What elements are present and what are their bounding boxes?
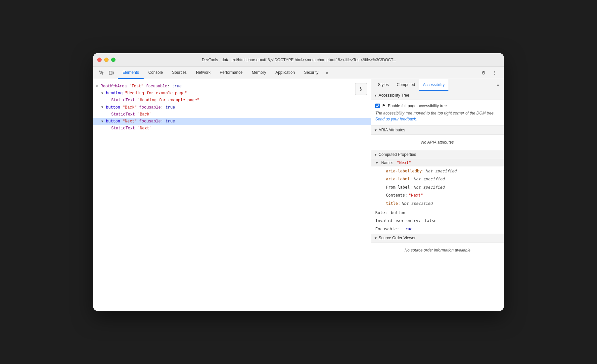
title-bar: DevTools - data:text/html;charset=utf-8,… — [93, 53, 504, 67]
collapse-icon: ▼ — [374, 153, 377, 157]
section-header-aria[interactable]: ▼ ARIA Attributes — [371, 126, 504, 135]
dom-panel: ▼ RootWebArea "Test" focusable : true ▼ … — [93, 79, 371, 311]
dom-row-btn-next[interactable]: ▼ button "Next" focusable : true — [93, 118, 371, 125]
accessibility-icon: ♿ — [359, 86, 363, 92]
collapse-icon: ▼ — [374, 94, 377, 97]
triangle-icon: ▼ — [96, 84, 100, 89]
computed-plain-props: Role: button Invalid user entry: false F… — [371, 208, 504, 234]
tabs-more-button[interactable]: » — [323, 69, 331, 77]
right-tabs-more-button[interactable]: » — [495, 82, 501, 87]
tab-accessibility[interactable]: Accessibility — [419, 79, 448, 91]
feedback-link[interactable]: Send us your feedback. — [375, 117, 417, 121]
device-toolbar-button[interactable] — [107, 68, 116, 77]
triangle-icon: ▼ — [101, 119, 105, 124]
prop-title: title: Not specified — [382, 200, 504, 207]
svg-rect-1 — [112, 72, 114, 74]
dom-tree: ▼ RootWebArea "Test" focusable : true ▼ … — [93, 82, 371, 133]
svg-rect-0 — [109, 71, 112, 74]
prop-contents: Contents: "Next" — [382, 191, 504, 199]
kebab-menu-button[interactable]: ⋮ — [490, 69, 500, 77]
computed-indented-props: aria-labelledby: Not specified aria-labe… — [371, 166, 504, 208]
tab-styles[interactable]: Styles — [374, 79, 393, 91]
tab-sources[interactable]: Sources — [167, 67, 191, 79]
triangle-icon — [107, 126, 111, 131]
dom-row-heading-text[interactable]: StaticText "Heading for example page" — [93, 97, 371, 104]
section-header-source-order[interactable]: ▼ Source Order Viewer — [371, 234, 504, 243]
prop-aria-label: aria-label: Not specified — [382, 175, 504, 183]
triangle-icon: ▼ — [101, 105, 105, 110]
tab-elements[interactable]: Elements — [118, 67, 144, 79]
a11y-tree-info-text: The accessibility tree moved to the top … — [375, 110, 500, 122]
section-body-a11y-tree: ⚑ Enable full-page accessibility tree Th… — [371, 100, 504, 126]
prop-invalid-user-entry: Invalid user entry: false — [371, 217, 504, 225]
dom-row-back-text[interactable]: StaticText "Back" — [93, 111, 371, 118]
accessibility-tree-button[interactable]: ♿ — [355, 83, 367, 95]
toolbar-icon-group — [95, 68, 118, 77]
dom-row-next-text[interactable]: StaticText "Next" — [93, 125, 371, 132]
collapse-icon: ▼ — [374, 128, 377, 132]
section-header-computed[interactable]: ▼ Computed Properties — [371, 150, 504, 159]
enable-a11y-tree-row: ⚑ Enable full-page accessibility tree — [375, 103, 500, 108]
dom-row-heading[interactable]: ▼ heading "Heading for example page" — [93, 90, 371, 97]
enable-a11y-tree-checkbox[interactable] — [375, 104, 380, 108]
tab-security[interactable]: Security — [299, 67, 323, 79]
tab-memory[interactable]: Memory — [247, 67, 271, 79]
devtools-body: ▼ RootWebArea "Test" focusable : true ▼ … — [93, 79, 504, 311]
triangle-icon — [107, 98, 111, 103]
devtools-tabs: Elements Console Sources Network Perform… — [118, 67, 476, 79]
right-panel-tabs: Styles Computed Accessibility » — [371, 79, 504, 91]
dom-row-btn-back[interactable]: ▼ button "Back" focusable : true — [93, 104, 371, 111]
right-panel-content: ▼ Accessibility Tree ⚑ Enable full-page … — [371, 91, 504, 311]
settings-button[interactable]: ⚙ — [479, 69, 488, 77]
tab-performance[interactable]: Performance — [215, 67, 247, 79]
section-accessibility-tree: ▼ Accessibility Tree ⚑ Enable full-page … — [371, 91, 504, 126]
triangle-icon — [107, 112, 111, 117]
prop-from-label: From label: Not specified — [382, 183, 504, 191]
window-title: DevTools - data:text/html;charset=utf-8,… — [98, 58, 500, 62]
devtools-toolbar: Elements Console Sources Network Perform… — [93, 67, 504, 79]
no-aria-text: No ARIA attributes — [375, 137, 500, 147]
section-body-source-order: No source order information available — [371, 243, 504, 258]
tab-network[interactable]: Network — [191, 67, 215, 79]
section-source-order-viewer: ▼ Source Order Viewer No source order in… — [371, 234, 504, 258]
name-collapse-icon: ▼ — [375, 161, 379, 165]
toolbar-right: ⚙ ⋮ — [476, 69, 502, 77]
tab-console[interactable]: Console — [144, 67, 167, 79]
devtools-window: DevTools - data:text/html;charset=utf-8,… — [93, 53, 504, 311]
section-aria-attributes: ▼ ARIA Attributes No ARIA attributes — [371, 126, 504, 150]
prop-focusable: Focusable: true — [371, 225, 504, 233]
dom-row-root[interactable]: ▼ RootWebArea "Test" focusable : true — [93, 83, 371, 90]
tab-application[interactable]: Application — [271, 67, 299, 79]
inspect-element-button[interactable] — [97, 68, 106, 77]
a11y-tree-icon: ⚑ — [382, 103, 386, 108]
section-body-aria: No ARIA attributes — [371, 135, 504, 150]
triangle-icon: ▼ — [101, 91, 105, 96]
section-header-a11y-tree[interactable]: ▼ Accessibility Tree — [371, 91, 504, 100]
collapse-icon: ▼ — [374, 236, 377, 240]
prop-aria-labelledby: aria-labelledby: Not specified — [382, 167, 504, 175]
prop-role: Role: button — [371, 209, 504, 217]
no-source-order-text: No source order information available — [375, 245, 500, 255]
section-computed-properties: ▼ Computed Properties ▼ Name: "Next" ari… — [371, 150, 504, 234]
right-panel: Styles Computed Accessibility » ▼ Access… — [371, 79, 504, 311]
computed-name-row: ▼ Name: "Next" — [371, 159, 504, 166]
tab-computed[interactable]: Computed — [393, 79, 419, 91]
